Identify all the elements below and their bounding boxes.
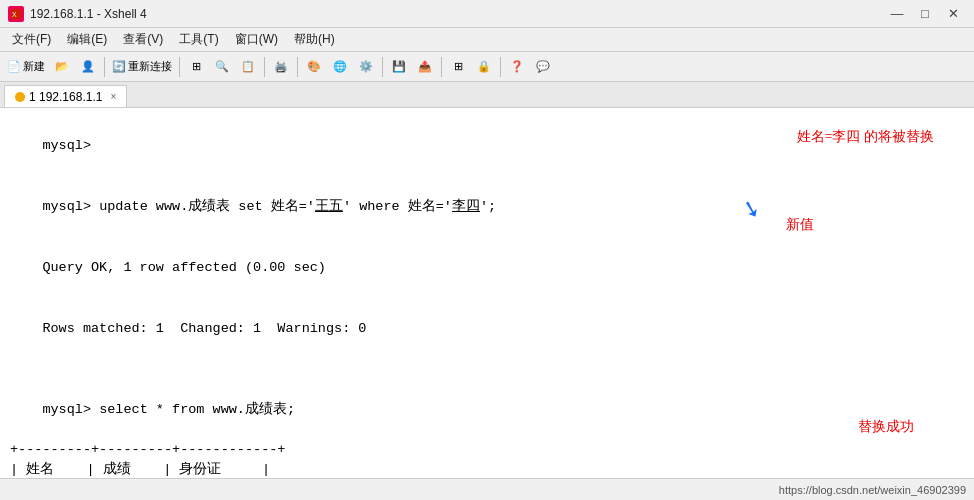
- table-icon: ⊞: [454, 60, 463, 73]
- reconnect-label: 重新连接: [128, 59, 172, 74]
- chat-icon: 💬: [536, 60, 550, 73]
- download-button[interactable]: 💾: [387, 55, 411, 79]
- theme1-icon: 🎨: [307, 60, 321, 73]
- reconnect-button[interactable]: 🔄 重新连接: [109, 55, 175, 79]
- menu-edit[interactable]: 编辑(E): [59, 29, 115, 50]
- tab-bar: 1 192.168.1.1 ×: [0, 82, 974, 108]
- prompt-1: mysql>: [42, 138, 91, 153]
- lock-button[interactable]: 🔒: [472, 55, 496, 79]
- menu-bar: 文件(F) 编辑(E) 查看(V) 工具(T) 窗口(W) 帮助(H): [0, 28, 974, 52]
- reconnect-icon: 🔄: [112, 60, 126, 73]
- separator-7: [500, 57, 501, 77]
- globe-button[interactable]: 🌐: [328, 55, 352, 79]
- terminal-line-3: Query OK, 1 row affected (0.00 sec): [10, 238, 964, 299]
- new-value-text: 新值: [786, 217, 814, 232]
- copy-button[interactable]: 📋: [236, 55, 260, 79]
- globe-icon: 🌐: [333, 60, 347, 73]
- help-icon-button[interactable]: ❓: [505, 55, 529, 79]
- menu-window[interactable]: 窗口(W): [227, 29, 286, 50]
- cmd-update: update www.成绩表 set 姓名='王五' where 姓名='李四'…: [99, 199, 496, 214]
- profile-icon: 👤: [81, 60, 95, 73]
- terminal-line-4: Rows matched: 1 Changed: 1 Warnings: 0: [10, 298, 964, 359]
- window-title: 192.168.1.1 - Xshell 4: [30, 7, 147, 21]
- separator-4: [297, 57, 298, 77]
- zoom-icon: 🔍: [215, 60, 229, 73]
- print-icon: 🖨️: [274, 60, 288, 73]
- table-button[interactable]: ⊞: [446, 55, 470, 79]
- copy-icon: 📋: [241, 60, 255, 73]
- upload-icon: 📤: [418, 60, 432, 73]
- grid-button[interactable]: ⊞: [184, 55, 208, 79]
- replace-annotation: 姓名=李四 的将被替换: [797, 128, 934, 146]
- download-icon: 💾: [392, 60, 406, 73]
- table-border-top: +---------+---------+------------+: [10, 440, 964, 460]
- terminal-line-2: mysql> update www.成绩表 set 姓名='王五' where …: [10, 177, 964, 238]
- status-url: https://blog.csdn.net/weixin_46902399: [779, 484, 966, 496]
- new-button[interactable]: 📄 新建: [4, 55, 48, 79]
- prompt-2: mysql>: [42, 199, 99, 214]
- new-label: 新建: [23, 59, 45, 74]
- tab-indicator: [15, 92, 25, 102]
- toolbar: 📄 新建 📂 👤 🔄 重新连接 ⊞ 🔍 📋 🖨️ 🎨 🌐 ⚙️ 💾 📤 ⊞ 🔒 …: [0, 52, 974, 82]
- terminal-line-1: mysql>: [10, 116, 964, 177]
- window-controls: — □ ✕: [884, 4, 966, 24]
- profile-button[interactable]: 👤: [76, 55, 100, 79]
- maximize-button[interactable]: □: [912, 4, 938, 24]
- new-icon: 📄: [7, 60, 21, 73]
- success-text: 替换成功: [858, 419, 914, 434]
- settings-icon: ⚙️: [359, 60, 373, 73]
- open-button[interactable]: 📂: [50, 55, 74, 79]
- terminal-line-6: mysql> select * from www.成绩表;: [10, 379, 964, 440]
- separator-6: [441, 57, 442, 77]
- tab-close-button[interactable]: ×: [110, 91, 116, 102]
- status-bar: https://blog.csdn.net/weixin_46902399: [0, 478, 974, 500]
- terminal-area[interactable]: mysql> mysql> update www.成绩表 set 姓名='王五'…: [0, 108, 974, 478]
- settings-button[interactable]: ⚙️: [354, 55, 378, 79]
- upload-button[interactable]: 📤: [413, 55, 437, 79]
- title-bar-left: X 192.168.1.1 - Xshell 4: [8, 6, 147, 22]
- chat-button[interactable]: 💬: [531, 55, 555, 79]
- print-button[interactable]: 🖨️: [269, 55, 293, 79]
- cmd-select: select * from www.成绩表;: [99, 402, 295, 417]
- separator-2: [179, 57, 180, 77]
- menu-help[interactable]: 帮助(H): [286, 29, 343, 50]
- separator-5: [382, 57, 383, 77]
- menu-tools[interactable]: 工具(T): [171, 29, 226, 50]
- rows-matched-text: Rows matched: 1 Changed: 1 Warnings: 0: [42, 321, 366, 336]
- zoom-button[interactable]: 🔍: [210, 55, 234, 79]
- session-tab[interactable]: 1 192.168.1.1 ×: [4, 85, 127, 107]
- table-header-row: | 姓名 | 成绩 | 身份证 |: [10, 460, 964, 478]
- tab-label: 1 192.168.1.1: [29, 90, 102, 104]
- lock-icon: 🔒: [477, 60, 491, 73]
- replace-annotation-text: 姓名=李四 的将被替换: [797, 129, 934, 144]
- prompt-3: mysql>: [42, 402, 99, 417]
- grid-icon: ⊞: [192, 60, 201, 73]
- menu-file[interactable]: 文件(F): [4, 29, 59, 50]
- open-icon: 📂: [55, 60, 69, 73]
- new-value-annotation: 新值: [786, 216, 814, 234]
- success-annotation: 替换成功: [858, 418, 914, 436]
- separator-3: [264, 57, 265, 77]
- separator-1: [104, 57, 105, 77]
- terminal-line-5: [10, 359, 964, 379]
- menu-view[interactable]: 查看(V): [115, 29, 171, 50]
- theme1-button[interactable]: 🎨: [302, 55, 326, 79]
- close-button[interactable]: ✕: [940, 4, 966, 24]
- help-icon: ❓: [510, 60, 524, 73]
- query-ok-text: Query OK, 1 row affected (0.00 sec): [42, 260, 326, 275]
- app-icon: X: [8, 6, 24, 22]
- title-bar: X 192.168.1.1 - Xshell 4 — □ ✕: [0, 0, 974, 28]
- minimize-button[interactable]: —: [884, 4, 910, 24]
- svg-text:X: X: [12, 11, 17, 18]
